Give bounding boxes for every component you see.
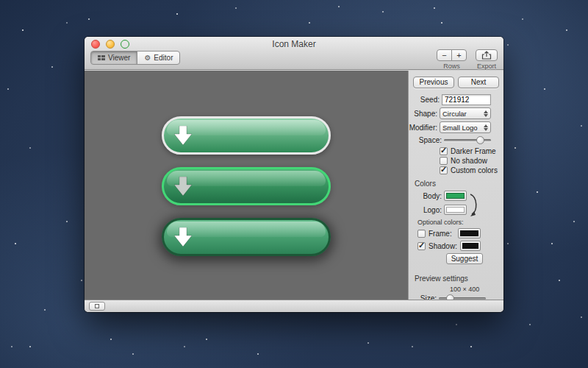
editor-gear-icon: ⚙ [144, 54, 151, 62]
status-bar [85, 300, 503, 312]
down-arrow-logo-icon [174, 227, 192, 247]
popup-arrows-icon [484, 124, 488, 131]
desktop-background: Icon Maker Viewer ⚙ Editor [0, 0, 588, 368]
rows-stepper: − + [437, 49, 467, 61]
modifier-value: Small Logo [442, 124, 484, 132]
shape-value: Circular [442, 110, 484, 118]
logo-color-swatch [446, 207, 465, 213]
shadow-color-checkbox[interactable] [417, 242, 426, 250]
custom-colors-checkbox[interactable] [440, 166, 448, 174]
minimize-button[interactable] [106, 40, 115, 49]
rows-label: Rows [443, 63, 460, 70]
shape-label: Shape: [414, 110, 437, 118]
previous-button[interactable]: Previous [413, 77, 454, 88]
tab-viewer[interactable]: Viewer [90, 51, 137, 65]
frame-color-swatch [460, 230, 478, 236]
suggest-button[interactable]: Suggest [446, 253, 483, 264]
window-header: Icon Maker Viewer ⚙ Editor [85, 37, 503, 70]
body-color-swatch [446, 193, 465, 199]
grid-toggle-button[interactable] [89, 302, 105, 311]
tab-viewer-label: Viewer [108, 54, 130, 62]
down-arrow-logo-icon [174, 177, 192, 196]
size-label: Size: [420, 294, 437, 300]
darker-frame-checkbox[interactable] [440, 147, 448, 155]
add-row-button[interactable]: + [451, 49, 467, 61]
viewer-grid-icon [98, 55, 105, 61]
inspector-sidebar: Previous Next Seed: Shape: Circular Modi… [408, 71, 503, 300]
next-button[interactable]: Next [458, 77, 499, 88]
body-color-label: Body: [423, 192, 442, 200]
logo-color-well[interactable] [444, 205, 467, 215]
space-slider[interactable] [444, 135, 491, 145]
colors-section-title: Colors [415, 180, 503, 188]
preview-canvas [85, 71, 408, 300]
darker-frame-label: Darker Frame [451, 147, 496, 155]
tab-editor[interactable]: ⚙ Editor [137, 51, 180, 65]
toolbar: Viewer ⚙ Editor − + Rows [85, 52, 503, 70]
icon-maker-window: Icon Maker Viewer ⚙ Editor [85, 37, 503, 312]
shadow-color-label: Shadow: [429, 242, 457, 250]
no-shadow-label: No shadow [451, 157, 487, 165]
popup-arrows-icon [484, 110, 488, 117]
optional-colors-label: Optional colors: [417, 219, 503, 226]
frame-color-label: Frame: [429, 230, 452, 238]
space-label: Space: [419, 136, 442, 144]
custom-colors-label: Custom colors [451, 166, 498, 174]
modifier-label: Modifier: [409, 124, 437, 132]
seed-label: Seed: [420, 96, 440, 104]
view-mode-segmented-control: Viewer ⚙ Editor [90, 51, 180, 65]
close-button[interactable] [91, 40, 100, 49]
size-slider[interactable] [439, 294, 486, 300]
frame-color-checkbox[interactable] [417, 230, 426, 238]
seed-input[interactable] [442, 94, 491, 105]
swap-colors-icon[interactable] [469, 192, 478, 219]
logo-color-label: Logo: [423, 206, 442, 214]
slider-knob[interactable] [446, 294, 454, 300]
export-label: Export [477, 63, 496, 70]
shadow-color-swatch [462, 243, 478, 249]
modifier-select[interactable]: Small Logo [440, 121, 491, 133]
export-icon [481, 51, 492, 60]
preview-button [162, 218, 331, 256]
grid-icon [95, 304, 99, 308]
preview-button [162, 116, 331, 155]
tab-editor-label: Editor [154, 54, 173, 62]
slider-knob[interactable] [476, 136, 484, 144]
export-button[interactable] [476, 49, 498, 61]
zoom-button[interactable] [121, 40, 129, 49]
shadow-color-well[interactable] [460, 241, 481, 251]
frame-color-well[interactable] [458, 228, 481, 238]
remove-row-button[interactable]: − [437, 49, 452, 61]
preview-size-dimensions: 100 × 400 [450, 286, 503, 293]
preview-button [162, 167, 331, 205]
down-arrow-logo-icon [174, 126, 192, 145]
preview-settings-title: Preview settings [415, 275, 503, 283]
no-shadow-checkbox[interactable] [440, 157, 448, 165]
body-color-well[interactable] [444, 191, 467, 201]
starfield [0, 0, 1, 1]
shape-select[interactable]: Circular [440, 107, 491, 119]
